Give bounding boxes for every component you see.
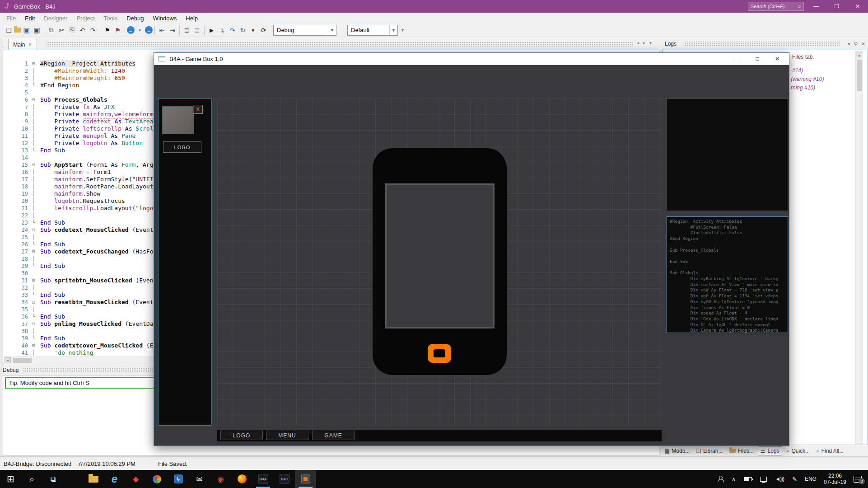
code-text[interactable]: logobtn.RequestFocus — [40, 197, 125, 205]
scrollbar-thumb[interactable] — [857, 60, 862, 91]
code-text[interactable]: End Sub — [40, 147, 65, 154]
save-icon[interactable]: ▣ — [21, 25, 32, 36]
tab-main[interactable]: Main ✕ — [8, 39, 37, 50]
menu-file[interactable]: File — [2, 15, 20, 22]
start-button[interactable]: ⊞ — [0, 470, 21, 488]
chevron-up-icon[interactable]: ∧ — [732, 476, 736, 483]
code-text[interactable]: End Sub — [40, 219, 65, 226]
code-text[interactable]: Sub codetext_FocusChanged (HasFocus — [40, 248, 164, 255]
comment-icon[interactable]: ≣ — [182, 25, 192, 36]
tab-nav-arrow-icon[interactable]: ▸ — [643, 40, 645, 45]
code-text[interactable]: #Region Project Attributes — [40, 60, 135, 67]
resume-icon[interactable]: ↻ — [238, 25, 248, 36]
outdent-icon[interactable]: ⇤ — [157, 25, 167, 36]
code-text[interactable]: #End Region — [40, 82, 79, 89]
search-input[interactable]: Search (Ctrl+F) ⌕ — [748, 2, 804, 11]
dock-tab-findall[interactable]: ⌕Find All... — [814, 447, 846, 455]
chevron-down-icon[interactable]: ▼ — [328, 25, 336, 35]
scrollbar-thumb[interactable] — [13, 358, 32, 363]
logs-scrollbar[interactable]: ▲ — [855, 51, 863, 444]
code-text[interactable]: leftscrollp.LoadLayout("logo",-1 — [40, 205, 168, 212]
menu-windows[interactable]: Windows — [149, 15, 182, 22]
code-text[interactable]: Sub pnlimg_MouseClicked (EventData A — [40, 320, 168, 328]
chevron-down-icon[interactable]: ▼ — [389, 25, 397, 35]
navigate-back-icon[interactable]: ← — [127, 26, 135, 34]
phone-home-button[interactable] — [428, 344, 451, 363]
copy-icon[interactable]: ⧉ — [46, 25, 56, 36]
menu-project[interactable]: Project — [72, 15, 99, 22]
logs-menu-icon[interactable]: ▾ — [848, 41, 850, 47]
cut-icon[interactable]: ✂ — [56, 25, 67, 36]
firefox-icon[interactable] — [231, 470, 252, 488]
step-into-icon[interactable]: ↴ — [217, 25, 227, 36]
mail-app-icon[interactable]: ✉ — [189, 470, 210, 488]
gamebar-logo-button[interactable]: LOGO — [220, 431, 263, 440]
file-explorer-icon[interactable] — [83, 470, 104, 488]
undo-icon[interactable]: ↶ — [77, 25, 88, 36]
code-text[interactable]: mainform.RootPane.LoadLayout("Fl — [40, 183, 168, 190]
code-text[interactable]: Sub AppStart (Form1 As Form, Args() — [40, 161, 164, 169]
code-text[interactable]: Private leftscrollp As ScrollPane — [40, 125, 171, 132]
code-text[interactable]: End Sub — [40, 291, 65, 299]
bookmark-clear-icon[interactable]: ⚑ — [112, 25, 123, 36]
logo-image-placeholder[interactable] — [162, 106, 194, 134]
navigate-forward-icon[interactable]: → — [145, 26, 153, 34]
open-file-icon[interactable] — [14, 28, 21, 33]
dock-tab-quick[interactable]: ⌕Quick... — [784, 447, 812, 455]
profile-select[interactable]: Default ▼ — [347, 25, 398, 36]
fold-toggle-icon[interactable]: ⊟ — [32, 277, 40, 284]
logo-remove-button[interactable]: X — [193, 105, 203, 114]
code-text[interactable]: End Sub — [40, 241, 65, 248]
code-text[interactable]: #MainFormHeight: 650 — [40, 75, 125, 82]
close-button[interactable]: ✕ — [767, 53, 787, 65]
dock-tab-files[interactable]: Files... — [727, 447, 756, 455]
code-text[interactable]: #MainFormWidth: 1240 — [40, 67, 125, 75]
logs-close-icon[interactable]: ✕ — [861, 41, 865, 47]
fold-toggle-icon[interactable]: ⊟ — [32, 161, 40, 169]
app-blue-icon[interactable]: ϟ — [168, 470, 189, 488]
minimize-button[interactable]: — — [728, 53, 747, 65]
code-text[interactable]: End Sub — [40, 335, 65, 342]
tab-nav-arrow-icon[interactable]: ▾ — [649, 40, 652, 45]
edge-browser-icon[interactable]: e — [104, 470, 125, 488]
logo-button[interactable]: LOGO — [163, 141, 201, 153]
code-text[interactable]: Private codetext As TextArea — [40, 118, 153, 125]
fold-toggle-icon[interactable]: ⊟ — [32, 248, 40, 255]
tab-nav-arrows[interactable]: ◂▸▾ — [637, 40, 652, 45]
fold-toggle-icon[interactable]: ⊟ — [32, 60, 40, 67]
clock[interactable]: 22:06 07-Jul-19 — [824, 473, 846, 485]
menu-debug[interactable]: Debug — [122, 15, 148, 22]
run-icon[interactable]: ▶ — [206, 25, 217, 36]
scroll-up-icon[interactable]: ▲ — [856, 52, 862, 58]
battery-icon[interactable] — [744, 477, 752, 481]
maximize-button[interactable]: □ — [747, 53, 767, 65]
game-window-titlebar[interactable]: B4A - Game Box 1.0 — □ ✕ — [154, 53, 789, 65]
fold-toggle-icon[interactable]: ⊟ — [32, 320, 40, 328]
logo-scroll-panel[interactable]: X LOGO — [158, 99, 212, 426]
phone-mockup[interactable] — [373, 148, 507, 375]
app-darkred-icon[interactable]: ◉ — [210, 470, 231, 488]
app-colorwheel-icon[interactable] — [146, 470, 168, 488]
code-text[interactable]: End Sub — [40, 313, 65, 320]
code-text[interactable]: mainform = Form1 — [40, 169, 111, 176]
code-text[interactable]: mainform.SetFormStyle("UNIFIED" — [40, 176, 164, 183]
code-text[interactable]: Private menupnl As Pane — [40, 132, 135, 140]
code-text[interactable]: Sub resetbtn_MouseClicked (EventData — [40, 299, 168, 306]
code-text[interactable]: Sub codetxtcover_MouseClicked (Event — [40, 342, 168, 349]
uncomment-icon[interactable]: ≣ — [192, 25, 202, 36]
gamebar-game-button[interactable]: GAME — [312, 431, 355, 440]
save-all-icon[interactable]: ▣ — [32, 25, 42, 36]
fold-toggle-icon[interactable]: ⊟ — [32, 96, 40, 103]
fold-toggle-icon[interactable]: ⊟ — [32, 226, 40, 234]
minimize-button[interactable]: — — [806, 0, 826, 13]
bookmark-icon[interactable]: ⚑ — [102, 25, 112, 36]
fold-toggle-icon[interactable]: ⊟ — [32, 342, 40, 349]
people-icon[interactable] — [717, 476, 723, 482]
dock-tab-logs[interactable]: ☰Logs — [758, 446, 782, 455]
gamebox-app-icon[interactable] — [295, 470, 316, 488]
fold-toggle-icon[interactable]: ⊟ — [32, 299, 40, 306]
network-icon[interactable] — [760, 477, 767, 482]
code-text[interactable]: mainform.Show — [40, 190, 100, 197]
pause-icon[interactable]: ■ — [248, 25, 258, 36]
indent-icon[interactable]: ⇥ — [167, 25, 177, 36]
